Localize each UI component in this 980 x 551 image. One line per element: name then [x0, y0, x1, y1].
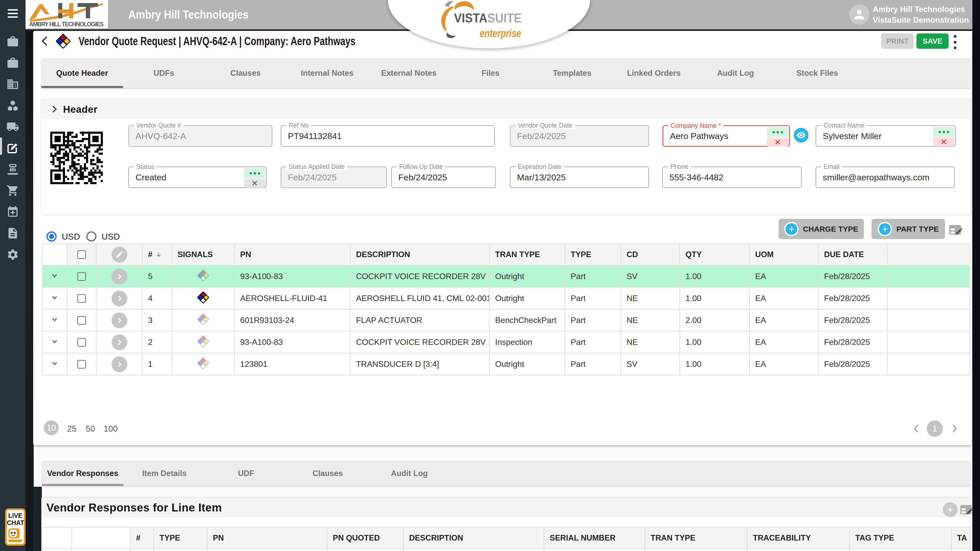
svg-text:AMBRY HILL TECHNOLOGIES: AMBRY HILL TECHNOLOGIES — [29, 21, 103, 27]
